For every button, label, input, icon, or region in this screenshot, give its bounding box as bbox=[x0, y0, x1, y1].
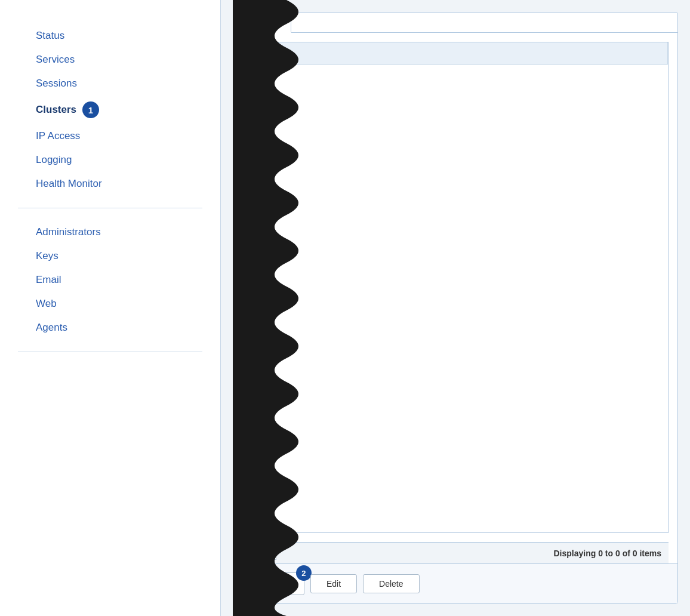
clusters-table: Name bbox=[243, 42, 668, 64]
sidebar-item-ip-access[interactable]: IP Access bbox=[0, 124, 220, 148]
table-header-row: Name bbox=[243, 42, 668, 64]
sidebar-item-health-monitor[interactable]: Health Monitor bbox=[0, 172, 220, 196]
clusters-badge: 1 bbox=[82, 101, 99, 118]
sidebar-item-administrators[interactable]: Administrators bbox=[0, 220, 220, 244]
sidebar-divider-2 bbox=[18, 352, 202, 352]
edit-button[interactable]: Edit bbox=[310, 574, 357, 593]
sidebar-item-status[interactable]: Status bbox=[0, 24, 220, 48]
pagination-bar: 10 Displaying 0 to 0 of 0 items bbox=[242, 542, 669, 563]
delete-button[interactable]: Delete bbox=[363, 574, 419, 593]
sidebar-item-services[interactable]: Services bbox=[0, 48, 220, 72]
sidebar-item-agents[interactable]: Agents bbox=[0, 316, 220, 340]
cursor-icon: ☞ bbox=[260, 577, 270, 590]
add-button[interactable]: ☞ Add 2 bbox=[244, 572, 304, 595]
sidebar-item-clusters[interactable]: Clusters 1 bbox=[0, 96, 220, 124]
pagination-info: Displaying 0 to 0 of 0 items bbox=[554, 549, 662, 558]
panel-tabs: Clusters bbox=[233, 13, 677, 33]
sidebar: Status Services Sessions Clusters 1 IP A… bbox=[0, 0, 221, 616]
sidebar-item-logging[interactable]: Logging bbox=[0, 148, 220, 172]
col-name: Name bbox=[243, 42, 668, 64]
add-badge: 2 bbox=[296, 565, 312, 581]
clusters-table-container: Name bbox=[242, 42, 669, 533]
sidebar-item-keys[interactable]: Keys bbox=[0, 244, 220, 268]
sidebar-group-2: Administrators Keys Email Web Agents bbox=[0, 214, 220, 346]
action-bar: ☞ Add 2 Edit Delete bbox=[233, 563, 677, 603]
per-page-select[interactable]: 10 bbox=[249, 546, 276, 560]
sidebar-group-1: Status Services Sessions Clusters 1 IP A… bbox=[0, 18, 220, 202]
tab-clusters[interactable]: Clusters bbox=[233, 13, 291, 33]
sidebar-item-sessions[interactable]: Sessions bbox=[0, 72, 220, 96]
clusters-panel: Clusters Name 10 Dis bbox=[233, 12, 678, 604]
sidebar-item-email[interactable]: Email bbox=[0, 268, 220, 292]
sidebar-divider-1 bbox=[18, 208, 202, 208]
sidebar-item-web[interactable]: Web bbox=[0, 292, 220, 316]
main-content: Clusters Name 10 Dis bbox=[221, 0, 690, 616]
